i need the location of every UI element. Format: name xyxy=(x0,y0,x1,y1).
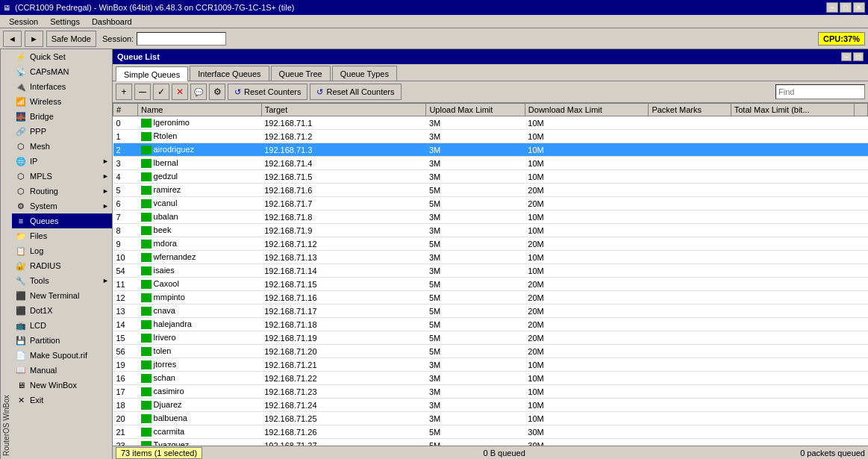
forward-button[interactable]: ► xyxy=(25,31,43,47)
table-row[interactable]: 9 mdora 192.168.71.12 5M 20M xyxy=(113,237,868,251)
table-row[interactable]: 23 Tvazquez 192.168.71.27 5M 30M xyxy=(113,439,868,446)
sidebar-item-exit[interactable]: ✕ Exit xyxy=(12,393,112,408)
minimize-button[interactable]: ─ xyxy=(826,2,838,13)
col-upload[interactable]: Upload Max Limit xyxy=(426,104,525,116)
sidebar-item-mesh[interactable]: ⬡ Mesh xyxy=(12,139,112,154)
cell-target: 192.168.71.2 xyxy=(261,130,426,143)
sidebar-item-capsman[interactable]: 📡 CAPsMAN xyxy=(12,64,112,79)
back-button[interactable]: ◄ xyxy=(3,31,22,47)
sidebar-item-bridge[interactable]: 🌉 Bridge xyxy=(12,109,112,124)
cell-num: 0 xyxy=(113,116,138,130)
table-row[interactable]: 1 Rtolen 192.168.71.2 3M 10M xyxy=(113,130,868,143)
col-total[interactable]: Total Max Limit (bit... xyxy=(731,104,855,116)
table-row[interactable]: 13 cnava 192.168.71.17 5M 20M xyxy=(113,305,868,318)
menu-dashboard[interactable]: Dashboard xyxy=(86,16,138,27)
table-row[interactable]: 20 balbuena 192.168.71.25 3M 10M xyxy=(113,412,868,425)
table-row[interactable]: 5 ramirez 192.168.71.6 5M 20M xyxy=(113,184,868,197)
queue-status-icon xyxy=(141,293,152,302)
sidebar-item-new-winbox[interactable]: 🖥 New WinBox xyxy=(12,378,112,393)
cell-marks xyxy=(649,197,731,210)
col-marks[interactable]: Packet Marks xyxy=(649,104,731,116)
table-row[interactable]: 0 lgeronimo 192.168.71.1 3M 10M xyxy=(113,116,868,130)
titlebar-controls[interactable]: ─ □ ✕ xyxy=(826,2,865,13)
table-row[interactable]: 6 vcanul 192.168.71.7 5M 20M xyxy=(113,197,868,210)
table-row[interactable]: 17 casimiro 192.168.71.23 3M 10M xyxy=(113,385,868,399)
tab-simple-queues[interactable]: Simple Queues xyxy=(116,66,188,81)
sidebar-item-radius[interactable]: 🔐 RADIUS xyxy=(12,258,112,273)
table-row[interactable]: 15 lrivero 192.168.71.19 5M 20M xyxy=(113,331,868,345)
table-row[interactable]: 2 airodriguez 192.168.71.3 3M 10M xyxy=(113,143,868,157)
cell-num: 19 xyxy=(113,358,138,372)
table-row[interactable]: 16 schan 192.168.71.22 3M 10M xyxy=(113,372,868,385)
sidebar-item-ip[interactable]: 🌐 IP ► xyxy=(12,154,112,169)
table-row[interactable]: 7 ubalan 192.168.71.8 3M 10M xyxy=(113,210,868,224)
table-row[interactable]: 3 lbernal 192.168.71.4 3M 10M xyxy=(113,157,868,170)
tab-queue-tree[interactable]: Queue Tree xyxy=(271,66,331,81)
sidebar-item-manual[interactable]: 📖 Manual xyxy=(12,363,112,378)
queue-status-icon xyxy=(141,307,152,316)
reset-counters-button[interactable]: ↺ Reset Counters xyxy=(228,84,307,100)
table-row[interactable]: 56 tolen 192.168.71.20 5M 20M xyxy=(113,345,868,358)
sidebar-item-tools[interactable]: 🔧 Tools ► xyxy=(12,273,112,288)
action-toolbar: + ─ ✓ ✕ 💬 ⚙ ↺ Reset Counters ↺ Reset All… xyxy=(113,81,868,103)
sidebar-item-wireless[interactable]: 📶 Wireless xyxy=(12,94,112,109)
sidebar-item-files[interactable]: 📁 Files xyxy=(12,228,112,243)
sidebar-item-interfaces[interactable]: 🔌 Interfaces xyxy=(12,79,112,94)
table-row[interactable]: 10 wfernandez 192.168.71.13 3M 10M xyxy=(113,251,868,264)
safe-mode-button[interactable]: Safe Mode xyxy=(46,31,96,47)
sidebar-item-make-supout[interactable]: 📄 Make Supout.rif xyxy=(12,348,112,363)
restore-button[interactable]: □ xyxy=(840,2,852,13)
table-row[interactable]: 4 gedzul 192.168.71.5 3M 10M xyxy=(113,170,868,184)
cell-download: 10M xyxy=(525,210,649,224)
sidebar-item-queues[interactable]: ≡ Queues xyxy=(12,213,112,228)
queue-minimize-button[interactable]: ─ xyxy=(841,52,852,61)
sidebar-item-system[interactable]: ⚙ System ► xyxy=(12,199,112,213)
table-row[interactable]: 19 jtorres 192.168.71.21 3M 10M xyxy=(113,358,868,372)
menu-settings[interactable]: Settings xyxy=(44,16,86,27)
find-input[interactable] xyxy=(775,84,865,99)
queue-status-icon xyxy=(141,320,152,329)
table-row[interactable]: 18 Djuarez 192.168.71.24 3M 10M xyxy=(113,399,868,412)
enable-button[interactable]: ✓ xyxy=(153,84,169,100)
sidebar-item-quick-set[interactable]: ⚡ Quick Set xyxy=(12,49,112,64)
cell-download: 10M xyxy=(525,251,649,264)
session-input[interactable] xyxy=(137,32,226,46)
add-button[interactable]: + xyxy=(116,84,132,100)
tab-queue-types[interactable]: Queue Types xyxy=(332,66,397,81)
table-row[interactable]: 11 Caxool 192.168.71.15 5M 20M xyxy=(113,278,868,291)
sidebar-item-partition[interactable]: 💾 Partition xyxy=(12,333,112,348)
table-container[interactable]: # Name Target Upload Max Limit Download … xyxy=(113,103,868,446)
table-row[interactable]: 21 ccarmita 192.168.71.26 5M 30M xyxy=(113,425,868,439)
sidebar-item-routing[interactable]: ⬡ Routing ► xyxy=(12,184,112,199)
sidebar-item-new-terminal[interactable]: ⬛ New Terminal xyxy=(12,288,112,303)
queue-controls[interactable]: ─ □ xyxy=(841,52,864,61)
sidebar-item-lcd[interactable]: 📺 LCD xyxy=(12,318,112,333)
sidebar-item-log[interactable]: 📋 Log xyxy=(12,243,112,258)
sidebar-item-mpls[interactable]: ⬡ MPLS ► xyxy=(12,169,112,184)
cell-marks xyxy=(649,305,731,318)
tab-interface-queues[interactable]: Interface Queues xyxy=(190,66,269,81)
reset-all-counters-button[interactable]: ↺ Reset All Counters xyxy=(310,84,401,100)
sidebar-item-ppp[interactable]: 🔗 PPP xyxy=(12,124,112,139)
col-target[interactable]: Target xyxy=(261,104,426,116)
col-download[interactable]: Download Max Limit xyxy=(525,104,649,116)
cell-download: 10M xyxy=(525,143,649,157)
remove-button[interactable]: ─ xyxy=(134,84,151,100)
menu-session[interactable]: Session xyxy=(3,16,44,27)
sidebar-item-dot1x[interactable]: ⬛ Dot1X xyxy=(12,303,112,318)
col-num[interactable]: # xyxy=(113,104,138,116)
table-row[interactable]: 14 halejandra 192.168.71.18 5M 20M xyxy=(113,318,868,331)
cell-upload: 3M xyxy=(426,412,525,425)
comment-button[interactable]: 💬 xyxy=(190,84,207,100)
close-button[interactable]: ✕ xyxy=(853,2,865,13)
filter-button[interactable]: ⚙ xyxy=(209,84,225,100)
table-row[interactable]: 8 beek 192.168.71.9 3M 10M xyxy=(113,224,868,237)
table-row[interactable]: 12 mmpinto 192.168.71.16 5M 20M xyxy=(113,291,868,305)
terminal-icon: ⬛ xyxy=(15,290,27,302)
cell-total xyxy=(731,291,855,305)
disable-button[interactable]: ✕ xyxy=(172,84,188,100)
col-name[interactable]: Name xyxy=(138,104,262,116)
queue-restore-button[interactable]: □ xyxy=(853,52,864,61)
table-row[interactable]: 54 isaies 192.168.71.14 3M 10M xyxy=(113,264,868,278)
cell-download: 10M xyxy=(525,385,649,399)
